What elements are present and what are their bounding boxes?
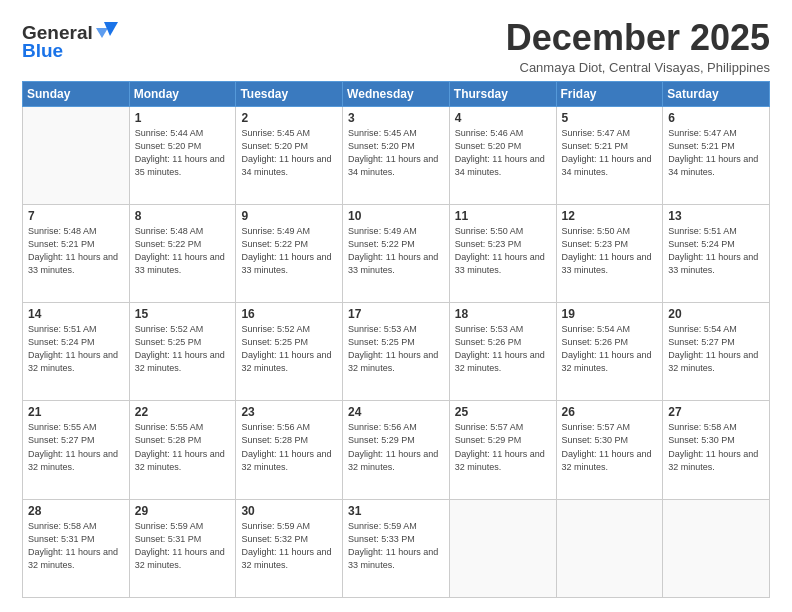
day-number: 1	[135, 111, 231, 125]
title-block: December 2025 Canmaya Diot, Central Visa…	[506, 18, 770, 75]
col-wednesday: Wednesday	[343, 81, 450, 106]
day-info: Sunrise: 5:52 AMSunset: 5:25 PMDaylight:…	[135, 323, 231, 375]
day-info: Sunrise: 5:58 AMSunset: 5:31 PMDaylight:…	[28, 520, 124, 572]
day-info: Sunrise: 5:49 AMSunset: 5:22 PMDaylight:…	[241, 225, 337, 277]
day-info: Sunrise: 5:50 AMSunset: 5:23 PMDaylight:…	[562, 225, 658, 277]
table-row: 24Sunrise: 5:56 AMSunset: 5:29 PMDayligh…	[343, 401, 450, 499]
day-info: Sunrise: 5:47 AMSunset: 5:21 PMDaylight:…	[668, 127, 764, 179]
day-info: Sunrise: 5:58 AMSunset: 5:30 PMDaylight:…	[668, 421, 764, 473]
day-info: Sunrise: 5:55 AMSunset: 5:28 PMDaylight:…	[135, 421, 231, 473]
day-info: Sunrise: 5:54 AMSunset: 5:26 PMDaylight:…	[562, 323, 658, 375]
table-row: 6Sunrise: 5:47 AMSunset: 5:21 PMDaylight…	[663, 106, 770, 204]
day-info: Sunrise: 5:52 AMSunset: 5:25 PMDaylight:…	[241, 323, 337, 375]
col-monday: Monday	[129, 81, 236, 106]
table-row: 21Sunrise: 5:55 AMSunset: 5:27 PMDayligh…	[23, 401, 130, 499]
day-number: 4	[455, 111, 551, 125]
calendar-table: Sunday Monday Tuesday Wednesday Thursday…	[22, 81, 770, 598]
calendar-week-row: 7Sunrise: 5:48 AMSunset: 5:21 PMDaylight…	[23, 204, 770, 302]
svg-marker-1	[96, 28, 108, 38]
day-info: Sunrise: 5:47 AMSunset: 5:21 PMDaylight:…	[562, 127, 658, 179]
table-row: 13Sunrise: 5:51 AMSunset: 5:24 PMDayligh…	[663, 204, 770, 302]
day-number: 10	[348, 209, 444, 223]
day-info: Sunrise: 5:48 AMSunset: 5:21 PMDaylight:…	[28, 225, 124, 277]
logo-blue: Blue	[22, 40, 63, 62]
table-row: 14Sunrise: 5:51 AMSunset: 5:24 PMDayligh…	[23, 303, 130, 401]
day-number: 19	[562, 307, 658, 321]
day-number: 15	[135, 307, 231, 321]
table-row: 16Sunrise: 5:52 AMSunset: 5:25 PMDayligh…	[236, 303, 343, 401]
day-number: 25	[455, 405, 551, 419]
table-row: 23Sunrise: 5:56 AMSunset: 5:28 PMDayligh…	[236, 401, 343, 499]
logo: General Blue	[22, 22, 118, 62]
table-row: 9Sunrise: 5:49 AMSunset: 5:22 PMDaylight…	[236, 204, 343, 302]
table-row: 10Sunrise: 5:49 AMSunset: 5:22 PMDayligh…	[343, 204, 450, 302]
day-number: 14	[28, 307, 124, 321]
table-row	[663, 499, 770, 597]
table-row: 27Sunrise: 5:58 AMSunset: 5:30 PMDayligh…	[663, 401, 770, 499]
table-row: 5Sunrise: 5:47 AMSunset: 5:21 PMDaylight…	[556, 106, 663, 204]
col-sunday: Sunday	[23, 81, 130, 106]
day-number: 21	[28, 405, 124, 419]
col-thursday: Thursday	[449, 81, 556, 106]
table-row: 17Sunrise: 5:53 AMSunset: 5:25 PMDayligh…	[343, 303, 450, 401]
day-info: Sunrise: 5:56 AMSunset: 5:29 PMDaylight:…	[348, 421, 444, 473]
day-number: 12	[562, 209, 658, 223]
day-number: 20	[668, 307, 764, 321]
table-row: 30Sunrise: 5:59 AMSunset: 5:32 PMDayligh…	[236, 499, 343, 597]
day-number: 8	[135, 209, 231, 223]
day-info: Sunrise: 5:51 AMSunset: 5:24 PMDaylight:…	[28, 323, 124, 375]
day-number: 6	[668, 111, 764, 125]
day-number: 29	[135, 504, 231, 518]
calendar-week-row: 28Sunrise: 5:58 AMSunset: 5:31 PMDayligh…	[23, 499, 770, 597]
day-number: 16	[241, 307, 337, 321]
day-info: Sunrise: 5:50 AMSunset: 5:23 PMDaylight:…	[455, 225, 551, 277]
day-number: 13	[668, 209, 764, 223]
calendar-week-row: 14Sunrise: 5:51 AMSunset: 5:24 PMDayligh…	[23, 303, 770, 401]
day-number: 18	[455, 307, 551, 321]
calendar-week-row: 1Sunrise: 5:44 AMSunset: 5:20 PMDaylight…	[23, 106, 770, 204]
table-row: 20Sunrise: 5:54 AMSunset: 5:27 PMDayligh…	[663, 303, 770, 401]
table-row: 19Sunrise: 5:54 AMSunset: 5:26 PMDayligh…	[556, 303, 663, 401]
day-info: Sunrise: 5:55 AMSunset: 5:27 PMDaylight:…	[28, 421, 124, 473]
table-row: 12Sunrise: 5:50 AMSunset: 5:23 PMDayligh…	[556, 204, 663, 302]
table-row: 3Sunrise: 5:45 AMSunset: 5:20 PMDaylight…	[343, 106, 450, 204]
day-info: Sunrise: 5:59 AMSunset: 5:31 PMDaylight:…	[135, 520, 231, 572]
table-row	[556, 499, 663, 597]
table-row: 18Sunrise: 5:53 AMSunset: 5:26 PMDayligh…	[449, 303, 556, 401]
table-row: 2Sunrise: 5:45 AMSunset: 5:20 PMDaylight…	[236, 106, 343, 204]
day-number: 30	[241, 504, 337, 518]
day-number: 24	[348, 405, 444, 419]
day-number: 9	[241, 209, 337, 223]
header: General Blue December 2025 Canmaya Diot,…	[22, 18, 770, 75]
day-number: 5	[562, 111, 658, 125]
table-row: 29Sunrise: 5:59 AMSunset: 5:31 PMDayligh…	[129, 499, 236, 597]
day-number: 26	[562, 405, 658, 419]
table-row: 22Sunrise: 5:55 AMSunset: 5:28 PMDayligh…	[129, 401, 236, 499]
day-number: 22	[135, 405, 231, 419]
day-info: Sunrise: 5:57 AMSunset: 5:30 PMDaylight:…	[562, 421, 658, 473]
day-number: 23	[241, 405, 337, 419]
day-number: 28	[28, 504, 124, 518]
day-number: 2	[241, 111, 337, 125]
col-saturday: Saturday	[663, 81, 770, 106]
table-row: 26Sunrise: 5:57 AMSunset: 5:30 PMDayligh…	[556, 401, 663, 499]
day-info: Sunrise: 5:45 AMSunset: 5:20 PMDaylight:…	[241, 127, 337, 179]
table-row: 31Sunrise: 5:59 AMSunset: 5:33 PMDayligh…	[343, 499, 450, 597]
col-tuesday: Tuesday	[236, 81, 343, 106]
day-info: Sunrise: 5:53 AMSunset: 5:25 PMDaylight:…	[348, 323, 444, 375]
table-row: 15Sunrise: 5:52 AMSunset: 5:25 PMDayligh…	[129, 303, 236, 401]
table-row	[449, 499, 556, 597]
day-info: Sunrise: 5:56 AMSunset: 5:28 PMDaylight:…	[241, 421, 337, 473]
day-info: Sunrise: 5:51 AMSunset: 5:24 PMDaylight:…	[668, 225, 764, 277]
month-title: December 2025	[506, 18, 770, 58]
day-info: Sunrise: 5:59 AMSunset: 5:32 PMDaylight:…	[241, 520, 337, 572]
day-info: Sunrise: 5:48 AMSunset: 5:22 PMDaylight:…	[135, 225, 231, 277]
table-row: 8Sunrise: 5:48 AMSunset: 5:22 PMDaylight…	[129, 204, 236, 302]
day-info: Sunrise: 5:46 AMSunset: 5:20 PMDaylight:…	[455, 127, 551, 179]
day-number: 17	[348, 307, 444, 321]
day-info: Sunrise: 5:57 AMSunset: 5:29 PMDaylight:…	[455, 421, 551, 473]
col-friday: Friday	[556, 81, 663, 106]
table-row: 4Sunrise: 5:46 AMSunset: 5:20 PMDaylight…	[449, 106, 556, 204]
day-info: Sunrise: 5:53 AMSunset: 5:26 PMDaylight:…	[455, 323, 551, 375]
table-row: 1Sunrise: 5:44 AMSunset: 5:20 PMDaylight…	[129, 106, 236, 204]
